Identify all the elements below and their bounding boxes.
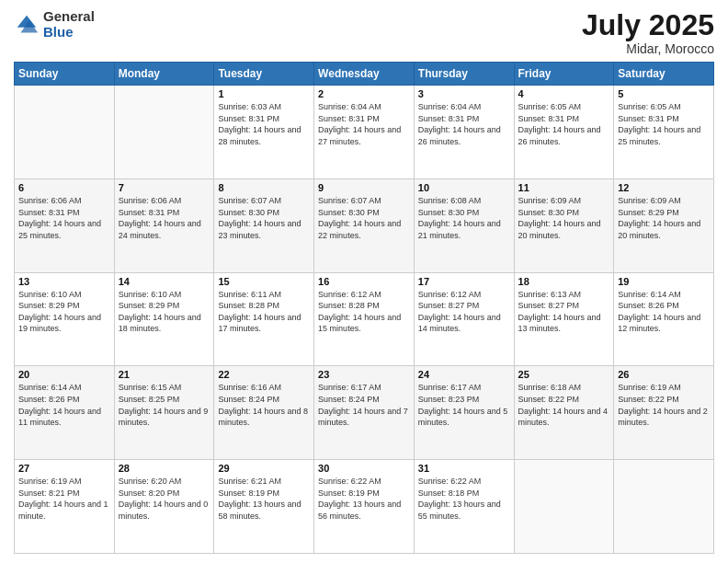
day-number: 30 — [318, 463, 410, 474]
calendar-cell: 15Sunrise: 6:11 AMSunset: 8:28 PMDayligh… — [214, 272, 314, 366]
week-row-5: 27Sunrise: 6:19 AMSunset: 8:21 PMDayligh… — [15, 460, 714, 554]
day-number: 9 — [318, 182, 410, 193]
day-number: 14 — [119, 276, 210, 287]
day-info: Sunrise: 6:20 AMSunset: 8:20 PMDaylight:… — [119, 476, 210, 522]
day-number: 28 — [119, 463, 210, 474]
calendar-cell: 7Sunrise: 6:06 AMSunset: 8:31 PMDaylight… — [114, 178, 214, 272]
weekday-header-friday: Friday — [514, 63, 614, 86]
calendar: SundayMondayTuesdayWednesdayThursdayFrid… — [14, 62, 714, 554]
calendar-cell: 19Sunrise: 6:14 AMSunset: 8:26 PMDayligh… — [614, 272, 714, 366]
day-info: Sunrise: 6:05 AMSunset: 8:31 PMDaylight:… — [618, 101, 710, 147]
day-info: Sunrise: 6:16 AMSunset: 8:24 PMDaylight:… — [218, 382, 310, 428]
day-info: Sunrise: 6:12 AMSunset: 8:27 PMDaylight:… — [418, 289, 510, 335]
calendar-cell: 2Sunrise: 6:04 AMSunset: 8:31 PMDaylight… — [314, 86, 415, 179]
day-info: Sunrise: 6:04 AMSunset: 8:31 PMDaylight:… — [418, 101, 510, 147]
day-info: Sunrise: 6:07 AMSunset: 8:30 PMDaylight:… — [218, 195, 310, 241]
weekday-header-tuesday: Tuesday — [214, 63, 314, 86]
day-number: 20 — [18, 369, 110, 380]
day-number: 27 — [18, 463, 110, 474]
month-title: July 2025 — [582, 9, 714, 41]
calendar-cell: 3Sunrise: 6:04 AMSunset: 8:31 PMDaylight… — [414, 86, 514, 179]
week-row-4: 20Sunrise: 6:14 AMSunset: 8:26 PMDayligh… — [15, 366, 714, 460]
calendar-cell: 9Sunrise: 6:07 AMSunset: 8:30 PMDaylight… — [314, 178, 415, 272]
day-info: Sunrise: 6:11 AMSunset: 8:28 PMDaylight:… — [218, 289, 310, 335]
day-info: Sunrise: 6:06 AMSunset: 8:31 PMDaylight:… — [18, 195, 110, 241]
day-number: 4 — [518, 88, 610, 99]
day-number: 1 — [218, 88, 310, 99]
day-info: Sunrise: 6:19 AMSunset: 8:21 PMDaylight:… — [18, 476, 110, 522]
day-info: Sunrise: 6:03 AMSunset: 8:31 PMDaylight:… — [218, 101, 310, 147]
calendar-cell: 23Sunrise: 6:17 AMSunset: 8:24 PMDayligh… — [314, 366, 415, 460]
calendar-cell: 6Sunrise: 6:06 AMSunset: 8:31 PMDaylight… — [15, 178, 115, 272]
calendar-cell: 25Sunrise: 6:18 AMSunset: 8:22 PMDayligh… — [514, 366, 614, 460]
day-info: Sunrise: 6:15 AMSunset: 8:25 PMDaylight:… — [119, 382, 210, 428]
calendar-cell: 17Sunrise: 6:12 AMSunset: 8:27 PMDayligh… — [414, 272, 514, 366]
day-number: 3 — [418, 88, 510, 99]
day-info: Sunrise: 6:08 AMSunset: 8:30 PMDaylight:… — [418, 195, 510, 241]
calendar-cell: 29Sunrise: 6:21 AMSunset: 8:19 PMDayligh… — [214, 460, 314, 554]
day-number: 16 — [318, 276, 410, 287]
week-row-2: 6Sunrise: 6:06 AMSunset: 8:31 PMDaylight… — [15, 178, 714, 272]
day-info: Sunrise: 6:10 AMSunset: 8:29 PMDaylight:… — [18, 289, 110, 335]
day-info: Sunrise: 6:18 AMSunset: 8:22 PMDaylight:… — [518, 382, 610, 428]
day-info: Sunrise: 6:05 AMSunset: 8:31 PMDaylight:… — [518, 101, 610, 147]
week-row-1: 1Sunrise: 6:03 AMSunset: 8:31 PMDaylight… — [15, 86, 714, 179]
day-info: Sunrise: 6:04 AMSunset: 8:31 PMDaylight:… — [318, 101, 410, 147]
calendar-cell: 26Sunrise: 6:19 AMSunset: 8:22 PMDayligh… — [614, 366, 714, 460]
calendar-cell: 31Sunrise: 6:22 AMSunset: 8:18 PMDayligh… — [414, 460, 514, 554]
calendar-cell — [614, 460, 714, 554]
day-number: 26 — [618, 369, 710, 380]
calendar-cell: 18Sunrise: 6:13 AMSunset: 8:27 PMDayligh… — [514, 272, 614, 366]
day-info: Sunrise: 6:10 AMSunset: 8:29 PMDaylight:… — [119, 289, 210, 335]
week-row-3: 13Sunrise: 6:10 AMSunset: 8:29 PMDayligh… — [15, 272, 714, 366]
weekday-header-thursday: Thursday — [414, 63, 514, 86]
day-info: Sunrise: 6:06 AMSunset: 8:31 PMDaylight:… — [119, 195, 210, 241]
calendar-cell — [114, 86, 214, 179]
day-number: 6 — [18, 182, 110, 193]
day-number: 21 — [119, 369, 210, 380]
day-info: Sunrise: 6:14 AMSunset: 8:26 PMDaylight:… — [18, 382, 110, 428]
weekday-header-monday: Monday — [114, 63, 214, 86]
day-info: Sunrise: 6:09 AMSunset: 8:30 PMDaylight:… — [518, 195, 610, 241]
location: Midar, Morocco — [582, 41, 714, 56]
day-number: 29 — [218, 463, 310, 474]
logo-general: General — [43, 9, 95, 25]
day-number: 22 — [218, 369, 310, 380]
day-number: 5 — [618, 88, 710, 99]
day-number: 31 — [418, 463, 510, 474]
calendar-cell: 27Sunrise: 6:19 AMSunset: 8:21 PMDayligh… — [15, 460, 115, 554]
calendar-cell — [15, 86, 115, 179]
day-number: 13 — [18, 276, 110, 287]
logo-blue: Blue — [43, 25, 95, 40]
day-info: Sunrise: 6:21 AMSunset: 8:19 PMDaylight:… — [218, 476, 310, 522]
title-block: July 2025 Midar, Morocco — [582, 9, 714, 56]
day-number: 12 — [618, 182, 710, 193]
calendar-cell: 28Sunrise: 6:20 AMSunset: 8:20 PMDayligh… — [114, 460, 214, 554]
header: General Blue July 2025 Midar, Morocco — [14, 9, 714, 56]
calendar-cell: 10Sunrise: 6:08 AMSunset: 8:30 PMDayligh… — [414, 178, 514, 272]
day-number: 15 — [218, 276, 310, 287]
day-info: Sunrise: 6:19 AMSunset: 8:22 PMDaylight:… — [618, 382, 710, 428]
day-number: 8 — [218, 182, 310, 193]
day-info: Sunrise: 6:13 AMSunset: 8:27 PMDaylight:… — [518, 289, 610, 335]
day-number: 11 — [518, 182, 610, 193]
day-info: Sunrise: 6:09 AMSunset: 8:29 PMDaylight:… — [618, 195, 710, 241]
day-number: 19 — [618, 276, 710, 287]
logo-icon — [14, 12, 40, 38]
day-number: 17 — [418, 276, 510, 287]
day-info: Sunrise: 6:07 AMSunset: 8:30 PMDaylight:… — [318, 195, 410, 241]
calendar-cell: 11Sunrise: 6:09 AMSunset: 8:30 PMDayligh… — [514, 178, 614, 272]
day-number: 2 — [318, 88, 410, 99]
weekday-header-saturday: Saturday — [614, 63, 714, 86]
logo: General Blue — [14, 9, 95, 40]
calendar-cell: 14Sunrise: 6:10 AMSunset: 8:29 PMDayligh… — [114, 272, 214, 366]
logo-text: General Blue — [43, 9, 95, 40]
day-info: Sunrise: 6:12 AMSunset: 8:28 PMDaylight:… — [318, 289, 410, 335]
weekday-header-row: SundayMondayTuesdayWednesdayThursdayFrid… — [15, 63, 714, 86]
day-info: Sunrise: 6:17 AMSunset: 8:24 PMDaylight:… — [318, 382, 410, 428]
calendar-cell: 8Sunrise: 6:07 AMSunset: 8:30 PMDaylight… — [214, 178, 314, 272]
calendar-cell: 30Sunrise: 6:22 AMSunset: 8:19 PMDayligh… — [314, 460, 415, 554]
day-number: 18 — [518, 276, 610, 287]
calendar-cell: 1Sunrise: 6:03 AMSunset: 8:31 PMDaylight… — [214, 86, 314, 179]
day-info: Sunrise: 6:17 AMSunset: 8:23 PMDaylight:… — [418, 382, 510, 428]
